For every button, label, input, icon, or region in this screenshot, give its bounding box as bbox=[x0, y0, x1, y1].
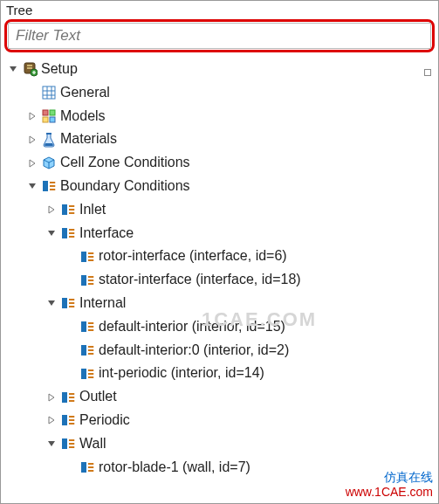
node-wall[interactable]: Wall bbox=[46, 432, 435, 456]
chevron-right-icon[interactable] bbox=[46, 392, 57, 403]
node-label: Interface bbox=[79, 223, 134, 245]
chevron-down-icon[interactable] bbox=[27, 181, 38, 191]
svg-rect-17 bbox=[62, 392, 67, 403]
node-label: Boundary Conditions bbox=[60, 176, 190, 197]
node-label: Internal bbox=[79, 293, 126, 314]
chevron-down-icon[interactable] bbox=[46, 438, 57, 449]
minimap-toggle[interactable] bbox=[424, 69, 431, 76]
boundary-icon bbox=[79, 459, 95, 475]
node-materials[interactable]: Materials bbox=[27, 128, 435, 151]
boundary-icon bbox=[79, 342, 95, 358]
boundary-icon bbox=[79, 366, 95, 382]
boundary-icon bbox=[60, 436, 76, 452]
chevron-right-icon[interactable] bbox=[27, 135, 38, 145]
footer-line-2: www.1CAE.com bbox=[346, 485, 433, 500]
leaf-int-periodic[interactable]: int-periodic (interior, id=14) bbox=[65, 362, 435, 385]
node-label: Models bbox=[60, 106, 106, 128]
node-label: General bbox=[60, 82, 110, 104]
node-outlet[interactable]: Outlet bbox=[46, 385, 435, 409]
footer-line-1: 仿真在线 bbox=[346, 470, 433, 485]
svg-rect-16 bbox=[81, 369, 86, 379]
leaf-default-interior-2[interactable]: default-interior:0 (interior, id=2) bbox=[65, 339, 435, 362]
cell-zone-icon bbox=[41, 155, 57, 171]
svg-rect-18 bbox=[62, 415, 67, 425]
svg-rect-4 bbox=[50, 110, 55, 115]
leaf-rotor-interface[interactable]: rotor-interface (interface, id=6) bbox=[65, 245, 435, 268]
node-label: Setup bbox=[41, 59, 78, 80]
chevron-down-icon[interactable] bbox=[46, 298, 57, 308]
node-label: Periodic bbox=[79, 410, 130, 432]
svg-rect-19 bbox=[62, 438, 67, 449]
footer-branding: 仿真在线 www.1CAE.com bbox=[346, 470, 433, 500]
chevron-down-icon[interactable] bbox=[8, 64, 18, 74]
node-label: Inlet bbox=[79, 199, 106, 221]
svg-rect-2 bbox=[43, 86, 55, 99]
svg-rect-12 bbox=[81, 275, 86, 286]
svg-rect-9 bbox=[62, 204, 67, 215]
node-label: default-interior (interior, id=15) bbox=[99, 316, 285, 338]
leaf-stator-interface[interactable]: stator-interface (interface, id=18) bbox=[65, 268, 435, 292]
svg-rect-3 bbox=[43, 110, 48, 115]
chevron-right-icon[interactable] bbox=[27, 111, 38, 121]
node-label: Materials bbox=[60, 128, 117, 150]
boundary-icon bbox=[79, 273, 95, 288]
panel-title: Tree bbox=[1, 1, 438, 17]
boundary-icon bbox=[60, 412, 76, 428]
node-internal[interactable]: Internal bbox=[46, 292, 435, 315]
chevron-right-icon[interactable] bbox=[46, 415, 57, 425]
filter-input[interactable] bbox=[8, 23, 431, 49]
boundary-icon bbox=[79, 319, 95, 335]
node-label: default-interior:0 (interior, id=2) bbox=[99, 340, 289, 362]
node-inlet[interactable]: Inlet bbox=[46, 198, 435, 222]
node-label: stator-interface (interface, id=18) bbox=[99, 269, 301, 291]
setup-icon bbox=[22, 61, 38, 77]
svg-rect-10 bbox=[62, 228, 67, 238]
svg-rect-11 bbox=[81, 252, 86, 262]
flask-icon bbox=[41, 132, 57, 148]
svg-rect-6 bbox=[50, 117, 55, 122]
node-models[interactable]: Models bbox=[27, 105, 435, 128]
node-periodic[interactable]: Periodic bbox=[46, 409, 435, 432]
general-icon bbox=[41, 85, 57, 100]
boundary-icon bbox=[60, 390, 76, 405]
node-label: rotor-blade-1 (wall, id=7) bbox=[99, 457, 250, 479]
node-cell-zone-conditions[interactable]: Cell Zone Conditions bbox=[27, 151, 435, 175]
svg-rect-5 bbox=[43, 117, 48, 122]
svg-rect-20 bbox=[81, 462, 86, 473]
boundary-icon bbox=[60, 202, 76, 217]
node-setup[interactable]: Setup bbox=[8, 58, 435, 81]
boundary-icon bbox=[60, 225, 76, 241]
chevron-down-icon[interactable] bbox=[46, 228, 57, 238]
models-icon bbox=[41, 108, 57, 124]
svg-rect-8 bbox=[43, 181, 48, 191]
leaf-default-interior-15[interactable]: default-interior (interior, id=15) bbox=[65, 315, 435, 339]
node-interface[interactable]: Interface bbox=[46, 222, 435, 245]
chevron-right-icon[interactable] bbox=[46, 204, 57, 215]
filter-highlight bbox=[4, 19, 435, 52]
svg-rect-14 bbox=[81, 321, 86, 332]
node-label: Wall bbox=[79, 433, 106, 455]
svg-rect-7 bbox=[46, 133, 51, 135]
svg-rect-13 bbox=[62, 298, 67, 308]
boundary-icon bbox=[79, 249, 95, 265]
node-label: int-periodic (interior, id=14) bbox=[99, 362, 264, 384]
chevron-right-icon[interactable] bbox=[27, 158, 38, 169]
node-general[interactable]: General bbox=[27, 81, 435, 105]
node-label: rotor-interface (interface, id=6) bbox=[99, 245, 287, 267]
node-label: Outlet bbox=[79, 386, 117, 408]
boundary-icon bbox=[41, 178, 57, 194]
boundary-icon bbox=[60, 295, 76, 311]
tree-view: Setup General bbox=[1, 56, 438, 504]
node-boundary-conditions[interactable]: Boundary Conditions bbox=[27, 175, 435, 198]
node-label: Cell Zone Conditions bbox=[60, 152, 190, 174]
svg-rect-15 bbox=[81, 345, 86, 356]
